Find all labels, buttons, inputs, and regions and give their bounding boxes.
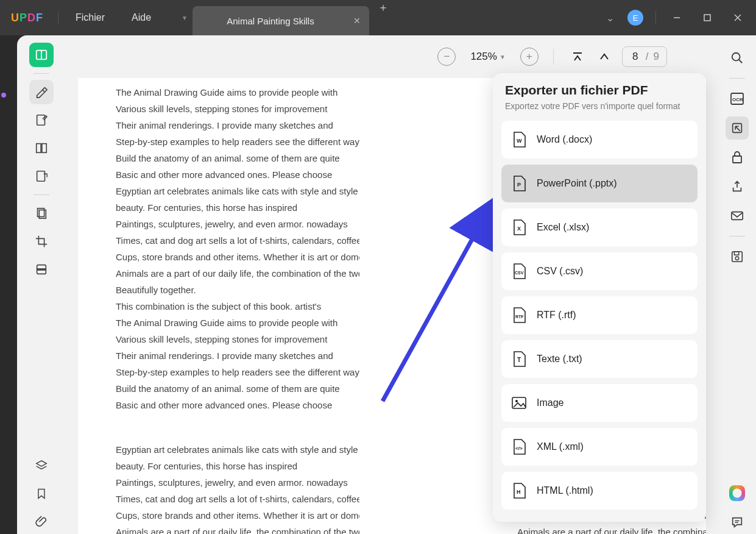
- svg-point-35: [735, 257, 739, 260]
- page-total: 9: [654, 51, 659, 63]
- svg-text:RTF: RTF: [515, 315, 524, 319]
- bookmark-icon[interactable]: [29, 482, 54, 506]
- tab-list-dropdown[interactable]: ▼: [182, 15, 188, 21]
- zoom-dropdown-icon[interactable]: ▼: [500, 54, 506, 60]
- svg-rect-34: [734, 252, 738, 255]
- search-icon[interactable]: [726, 46, 749, 69]
- close-icon[interactable]: ✕: [353, 16, 361, 26]
- tab-label: Animal Painting Skills: [206, 16, 335, 26]
- highlight-tool[interactable]: [29, 80, 54, 104]
- image-icon: [511, 394, 527, 412]
- export-option-csv[interactable]: CSVCSV (.csv): [501, 252, 698, 290]
- svg-text:</>: </>: [515, 446, 523, 451]
- export-panel: Exporter un fichier PDF Exportez votre P…: [493, 73, 706, 522]
- crop-tool[interactable]: [29, 229, 54, 254]
- svg-text:X: X: [517, 226, 521, 232]
- zoom-out-button[interactable]: −: [437, 48, 456, 66]
- svg-rect-31: [733, 156, 741, 163]
- redact-tool[interactable]: [29, 257, 54, 282]
- document-tab[interactable]: Animal Painting Skills ✕: [193, 6, 369, 35]
- new-tab-button[interactable]: ＋: [369, 0, 397, 35]
- email-icon[interactable]: [726, 204, 749, 227]
- svg-rect-1: [704, 15, 710, 21]
- text-line: Egyptian art celebrates animals like cat…: [116, 441, 359, 458]
- attachment-icon[interactable]: [29, 510, 54, 534]
- word-icon: W: [511, 130, 527, 149]
- layers-icon[interactable]: [29, 454, 54, 478]
- ai-icon[interactable]: [726, 482, 749, 505]
- svg-text:T: T: [517, 357, 521, 363]
- text-line: Egyptian art celebrates animals like cat…: [116, 183, 359, 199]
- text-line: Various skill levels, stepping stones fo…: [116, 331, 359, 347]
- powerpoint-icon: P: [511, 174, 527, 193]
- svg-rect-9: [37, 171, 45, 182]
- panel-subtitle: Exportez votre PDF vers n'importe quel f…: [501, 101, 698, 111]
- export-option-rtf[interactable]: RTFRTF (.rtf): [501, 296, 698, 334]
- text-line: Their animal renderings. I provide many …: [116, 347, 359, 364]
- text-line: Animals are a part of our daily life, th…: [517, 524, 706, 534]
- first-page-button[interactable]: [568, 49, 587, 64]
- page-indicator[interactable]: / 9: [622, 46, 667, 67]
- text-line: This combination is the subject of this …: [116, 298, 359, 315]
- save-icon[interactable]: [726, 245, 749, 268]
- zoom-in-button[interactable]: +: [520, 48, 539, 66]
- chevron-down-icon[interactable]: ⌄: [601, 7, 619, 29]
- text-line: Animals are a part of our daily life, th…: [116, 265, 359, 282]
- zoom-level[interactable]: 125%▼: [464, 51, 511, 63]
- prev-page-button[interactable]: [595, 50, 613, 63]
- text-line: Paintings, sculptures, jewelry, and even…: [116, 474, 359, 491]
- maximize-button[interactable]: [694, 8, 721, 27]
- form-tool[interactable]: [29, 164, 54, 188]
- text-line: Basic and other more advanced ones. Plea…: [116, 166, 359, 183]
- text-line: The Animal Drawing Guide aims to provide…: [116, 84, 359, 101]
- html-icon: H: [511, 482, 527, 500]
- text-line: Cups, store brands and other items. Whet…: [116, 249, 359, 265]
- svg-rect-13: [37, 268, 46, 271]
- menu-help[interactable]: Aide: [118, 12, 164, 23]
- minimize-button[interactable]: [663, 8, 690, 27]
- titlebar: UPDF Fichier Aide ▼ Animal Painting Skil…: [0, 0, 756, 35]
- menu-file[interactable]: Fichier: [62, 12, 118, 23]
- text-line: Paintings, sculptures, jewelry, and even…: [116, 216, 359, 232]
- reader-tool[interactable]: [29, 43, 54, 67]
- close-button[interactable]: [724, 8, 751, 27]
- text-line: Build the anatomy of an animal. some of …: [116, 150, 359, 166]
- export-option-excel[interactable]: XExcel (.xlsx): [501, 208, 698, 246]
- export-icon[interactable]: [726, 116, 749, 140]
- text-line: Beautifully together.: [116, 282, 359, 298]
- text-line: Step-by-step examples to help readers se…: [116, 364, 359, 380]
- svg-text:P: P: [517, 182, 521, 188]
- notification-dot: [1, 93, 6, 98]
- text-line: Times, cat and dog art sells a lot of t-…: [116, 491, 359, 507]
- export-option-text[interactable]: TTexte (.txt): [501, 340, 698, 378]
- export-option-powerpoint[interactable]: PPowerPoint (.pptx): [501, 165, 698, 202]
- svg-text:W: W: [517, 138, 522, 144]
- xml-icon: </>: [511, 438, 527, 456]
- protect-icon[interactable]: [726, 146, 749, 169]
- svg-rect-8: [42, 144, 46, 153]
- export-option-xml[interactable]: </>XML (.xml): [501, 428, 698, 466]
- export-option-word[interactable]: WWord (.docx): [501, 121, 698, 158]
- rtf-icon: RTF: [511, 306, 527, 324]
- share-icon[interactable]: [726, 175, 749, 198]
- text-icon: T: [511, 350, 527, 368]
- page-separator: /: [646, 51, 649, 63]
- edit-tool[interactable]: [29, 108, 54, 132]
- compare-tool[interactable]: [29, 136, 54, 160]
- svg-point-23: [515, 400, 518, 402]
- right-sidebar: OCR: [718, 35, 756, 534]
- ocr-icon[interactable]: OCR: [726, 87, 749, 110]
- export-option-html[interactable]: HHTML (.html): [501, 472, 698, 510]
- excel-icon: X: [511, 218, 527, 237]
- user-avatar[interactable]: E: [627, 10, 643, 26]
- svg-text:CSV: CSV: [515, 271, 524, 275]
- page-number-input[interactable]: [630, 51, 641, 63]
- text-line: Build the anatomy of an animal. some of …: [116, 380, 359, 397]
- text-line: Their animal renderings. I provide many …: [116, 117, 359, 134]
- panel-title: Exporter un fichier PDF: [501, 83, 698, 98]
- text-line: The Animal Drawing Guide aims to provide…: [116, 315, 359, 331]
- export-option-image[interactable]: Image: [501, 384, 698, 422]
- comment-icon[interactable]: [726, 511, 749, 534]
- svg-rect-6: [37, 115, 45, 126]
- organize-tool[interactable]: [29, 201, 54, 226]
